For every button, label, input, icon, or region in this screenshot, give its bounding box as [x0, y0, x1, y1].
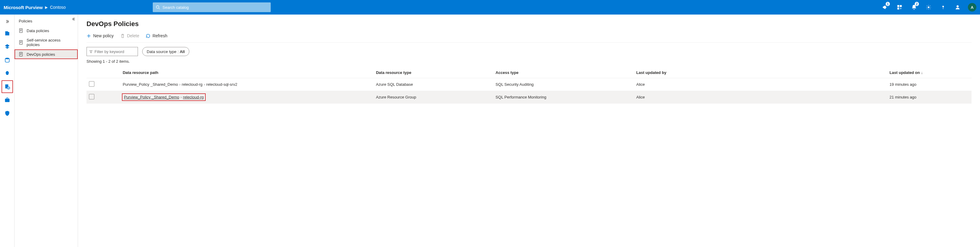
side-panel: Policies Data policies Self-service acce…: [14, 14, 78, 247]
feedback-icon: [955, 5, 960, 10]
chevron-right-icon: ›: [179, 82, 180, 87]
path-segment[interactable]: relecloud-rg: [183, 95, 204, 99]
table-row[interactable]: Purview_Policy _Shared_Demo›relecloud-rg…: [86, 78, 972, 91]
col-updated-by[interactable]: Last updated by: [634, 67, 887, 78]
shield-icon: [4, 110, 10, 116]
path-segment: relecloud-rg: [182, 82, 203, 87]
svg-rect-2: [897, 5, 899, 6]
nav-rail: [0, 14, 14, 247]
gear-icon: [926, 5, 931, 10]
feedback-button[interactable]: [951, 0, 964, 14]
catalog-icon: [4, 30, 10, 36]
col-access[interactable]: Access type: [493, 67, 634, 78]
search-input[interactable]: [162, 5, 268, 10]
path-segment: Purview_Policy _Shared_Demo: [123, 82, 178, 87]
sidebar-item-data-policies[interactable]: Data policies: [14, 26, 78, 35]
svg-rect-13: [19, 41, 22, 45]
sidebar-item-label: Data policies: [27, 29, 49, 33]
col-type[interactable]: Data resource type: [374, 67, 493, 78]
keyword-filter[interactable]: [86, 47, 138, 56]
notifications-button[interactable]: 2: [907, 0, 921, 14]
chevrons-left-icon: [72, 17, 76, 21]
chevrons-right-icon: [5, 19, 10, 24]
policy-icon: [19, 28, 24, 33]
cell-access: SQL Performance Monitoring: [493, 91, 634, 104]
rail-item-privacy[interactable]: [1, 107, 13, 120]
svg-rect-14: [19, 53, 22, 56]
lightbulb-icon: [4, 70, 10, 76]
path-segment: relecloud-sql-srv2: [206, 82, 237, 87]
diagnostics-button[interactable]: [893, 0, 906, 14]
page-title: DevOps Policies: [86, 20, 972, 28]
cell-updated-by: Alice: [634, 91, 887, 104]
main-content: DevOps Policies New policy Delete Refres…: [78, 14, 980, 247]
global-search[interactable]: [153, 2, 271, 12]
toolbar: New policy Delete Refresh: [86, 32, 972, 43]
refresh-button[interactable]: Refresh: [146, 33, 167, 38]
map-icon: [4, 43, 10, 50]
source-type-label: Data source type :: [147, 50, 179, 54]
rail-expand-button[interactable]: [1, 16, 13, 27]
path-segment[interactable]: Purview_Policy _Shared_Demo: [124, 95, 179, 99]
chevron-right-icon: ▶: [45, 5, 48, 10]
sidebar-item-label: DevOps policies: [27, 52, 55, 57]
result-count: Showing 1 - 2 of 2 items.: [86, 59, 972, 64]
sidebar-item-self-service[interactable]: Self-service access policies: [14, 35, 78, 50]
sidebar-item-devops-policies[interactable]: DevOps policies: [14, 50, 78, 59]
side-title: Policies: [14, 16, 78, 26]
rail-item-insights[interactable]: [1, 67, 13, 80]
svg-point-5: [928, 6, 929, 8]
cell-access: SQL Security Auditing: [493, 78, 634, 91]
app-header: Microsoft Purview ▶ Contoso 1 2: [0, 0, 980, 14]
avatar-initial: A: [970, 5, 974, 10]
plus-icon: [86, 34, 91, 38]
help-icon: [940, 5, 946, 10]
rail-item-data-catalog[interactable]: [1, 27, 13, 40]
diagnostics-icon: [897, 5, 902, 10]
refresh-label: Refresh: [153, 33, 167, 38]
row-checkbox[interactable]: [89, 94, 94, 99]
keyword-filter-input[interactable]: [95, 50, 135, 54]
refresh-icon: [146, 34, 150, 38]
rail-item-management[interactable]: [1, 93, 13, 107]
row-checkbox[interactable]: [89, 81, 94, 87]
cell-path: Purview_Policy _Shared_Demo›relecloud-rg…: [120, 78, 374, 91]
svg-rect-12: [19, 29, 22, 33]
svg-point-8: [5, 58, 9, 59]
rail-item-policy[interactable]: [1, 80, 13, 93]
header-actions: 1 2: [878, 0, 976, 14]
svg-point-7: [957, 5, 959, 7]
settings-button[interactable]: [922, 0, 935, 14]
delete-label: Delete: [127, 33, 139, 38]
product-title[interactable]: Microsoft Purview ▶ Contoso: [4, 5, 66, 10]
table-row[interactable]: Purview_Policy _Shared_Demo›relecloud-rg…: [86, 91, 972, 104]
help-button[interactable]: [937, 0, 950, 14]
chevron-right-icon: ›: [204, 82, 205, 87]
source-type-pill[interactable]: Data source type : All: [142, 47, 189, 56]
cell-type: Azure SQL Database: [374, 78, 493, 91]
product-name: Microsoft Purview: [4, 5, 43, 10]
side-collapse-button[interactable]: [72, 17, 76, 22]
new-policy-label: New policy: [93, 33, 114, 38]
policy-icon: [19, 40, 24, 45]
rail-item-data-estate[interactable]: [1, 53, 13, 67]
source-type-value: All: [180, 50, 185, 54]
col-updated-on[interactable]: Last updated on: [887, 67, 972, 78]
chevron-right-icon: ›: [180, 95, 181, 99]
briefcase-icon: [4, 97, 10, 103]
messages-button[interactable]: 1: [878, 0, 892, 14]
messages-badge: 1: [886, 2, 890, 6]
svg-rect-3: [900, 5, 902, 6]
col-path[interactable]: Data resource path: [120, 67, 374, 78]
new-policy-button[interactable]: New policy: [86, 33, 114, 38]
svg-line-1: [159, 8, 160, 10]
svg-rect-11: [5, 99, 10, 102]
svg-point-0: [156, 6, 159, 8]
avatar[interactable]: A: [968, 3, 976, 11]
policy-icon: [19, 52, 24, 57]
filters: Data source type : All: [86, 47, 972, 56]
rail-item-data-map[interactable]: [1, 40, 13, 53]
filter-icon: [89, 50, 93, 54]
notifications-badge: 2: [915, 2, 919, 6]
svg-point-6: [943, 8, 943, 9]
